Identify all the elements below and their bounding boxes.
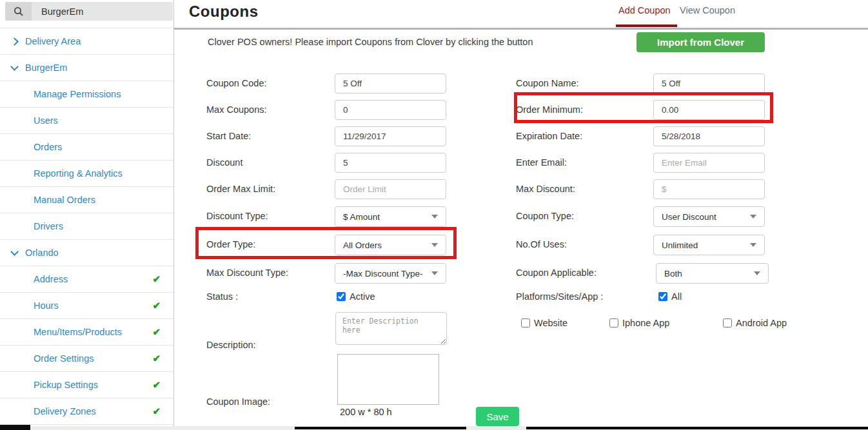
website-checkbox-row: Website <box>521 318 567 328</box>
discount-type-value: $ Amount <box>343 212 380 222</box>
annotation-box-order-type <box>195 227 457 259</box>
coupon-applicable-select[interactable]: Both <box>656 263 769 284</box>
sidebar-item-label: Drivers <box>34 221 63 231</box>
active-tab-underline <box>616 24 677 27</box>
import-from-clover-button[interactable]: Import from Clover <box>636 32 765 52</box>
sidebar-item-hours[interactable]: Hours ✔ <box>0 293 173 319</box>
discount-type-label: Discount Type: <box>206 206 268 226</box>
description-label: Description: <box>206 335 256 355</box>
max-discount-type-select[interactable]: -Max Discount Type- <box>335 263 446 284</box>
sidebar-item-label: Manage Permissions <box>34 89 121 99</box>
order-max-limit-label: Order Max Limit: <box>206 179 275 199</box>
coupon-name-input[interactable] <box>653 73 765 93</box>
max-discount-input[interactable] <box>653 179 765 199</box>
coupon-applicable-value: Both <box>664 269 682 279</box>
sidebar-nav: Delivery Area BurgerEm Manage Permission… <box>0 28 173 425</box>
chevron-right-icon <box>10 37 19 46</box>
coupon-image-size-hint: 200 w * 80 h <box>340 407 392 417</box>
sidebar-item-address[interactable]: Address ✔ <box>0 266 173 293</box>
sidebar-item-label: Delivery Zones <box>34 406 96 416</box>
sidebar-item-label: Hours <box>34 300 59 311</box>
sidebar-item-label: Reporting & Analytics <box>34 168 123 179</box>
no-of-uses-value: Unlimited <box>662 240 698 250</box>
all-checkbox-label: All <box>671 291 682 302</box>
checkmark-icon: ✔ <box>152 300 161 311</box>
status-label: Status : <box>206 287 238 307</box>
main-content: Coupons Add Coupon View Coupon Clover PO… <box>174 0 868 430</box>
page-title: Coupons <box>189 3 258 21</box>
start-date-input[interactable] <box>335 126 446 146</box>
checkmark-icon: ✔ <box>152 353 161 364</box>
iphone-app-checkbox-row: Iphone App <box>609 318 669 328</box>
coupon-type-select[interactable]: User Discount <box>653 206 765 227</box>
sidebar-item-label: Menu/Items/Products <box>34 327 122 337</box>
search-icon <box>5 2 32 21</box>
sidebar-item-pickup-settings[interactable]: Pickup Settings ✔ <box>0 372 173 398</box>
max-discount-label: Max Discount: <box>516 179 575 199</box>
search-input[interactable] <box>32 6 161 17</box>
iphone-app-checkbox[interactable] <box>609 318 618 327</box>
max-discount-type-label: Max Discount Type: <box>206 263 288 283</box>
max-discount-type-value: -Max Discount Type- <box>343 269 423 279</box>
android-app-checkbox-row: Android App <box>723 318 787 328</box>
all-platforms-checkbox[interactable] <box>658 292 667 301</box>
active-checkbox-label: Active <box>350 291 375 302</box>
sidebar-item-burgerem[interactable]: BurgerEm <box>0 55 173 81</box>
checkmark-icon: ✔ <box>152 406 161 417</box>
sidebar-item-menu-items-products[interactable]: Menu/Items/Products ✔ <box>0 319 173 346</box>
max-coupons-input[interactable] <box>335 100 446 120</box>
discount-input[interactable] <box>335 153 446 173</box>
coupon-type-value: User Discount <box>662 212 716 222</box>
sidebar-item-orders[interactable]: Orders <box>0 134 173 161</box>
coupon-code-input[interactable] <box>335 73 446 93</box>
chevron-down-icon <box>10 63 19 71</box>
coupon-type-label: Coupon Type: <box>516 206 574 226</box>
iphone-app-checkbox-label: Iphone App <box>622 318 669 328</box>
sidebar-search[interactable] <box>5 2 173 21</box>
max-coupons-label: Max Coupons: <box>206 100 267 120</box>
clover-import-message: Clover POS owners! Please import Coupons… <box>208 37 533 47</box>
no-of-uses-label: No.Of Uses: <box>516 235 567 255</box>
sidebar: Delivery Area BurgerEm Manage Permission… <box>0 0 174 430</box>
chevron-down-icon <box>431 271 438 275</box>
sidebar-item-delivery-area[interactable]: Delivery Area <box>0 28 173 55</box>
coupon-name-label: Coupon Name: <box>516 73 579 93</box>
discount-type-select[interactable]: $ Amount <box>335 206 446 227</box>
page-bottom-border <box>295 427 466 429</box>
sidebar-item-drivers[interactable]: Drivers <box>0 213 173 240</box>
sidebar-item-label: BurgerEm <box>25 63 67 73</box>
chevron-down-icon <box>750 243 756 247</box>
checkmark-icon: ✔ <box>152 379 161 391</box>
sidebar-item-orlando[interactable]: Orlando <box>0 240 173 266</box>
no-of-uses-select[interactable]: Unlimited <box>653 235 765 255</box>
expiration-date-input[interactable] <box>653 126 765 146</box>
sidebar-item-label: Users <box>34 115 58 126</box>
tab-view-coupon[interactable]: View Coupon <box>680 5 735 15</box>
sidebar-item-order-settings[interactable]: Order Settings ✔ <box>0 346 173 372</box>
coupon-admin-page: Delivery Area BurgerEm Manage Permission… <box>0 0 868 430</box>
coupon-image-upload-box[interactable] <box>337 354 439 405</box>
sidebar-item-label: Delivery Area <box>25 36 81 46</box>
sidebar-item-reporting-analytics[interactable]: Reporting & Analytics <box>0 161 173 187</box>
save-button[interactable]: Save <box>476 407 519 426</box>
header-divider <box>174 28 868 30</box>
tab-add-coupon[interactable]: Add Coupon <box>618 5 671 15</box>
page-bottom-border <box>526 427 868 429</box>
android-app-checkbox[interactable] <box>723 318 732 327</box>
sidebar-item-label: Orlando <box>25 248 59 258</box>
horizontal-scrollbar-thumb[interactable] <box>0 425 30 430</box>
enter-email-input[interactable] <box>653 153 765 173</box>
expiration-date-label: Expiration Date: <box>516 126 582 146</box>
sidebar-item-manual-orders[interactable]: Manual Orders <box>0 187 173 213</box>
start-date-label: Start Date: <box>206 126 251 146</box>
sidebar-item-manage-permissions[interactable]: Manage Permissions <box>0 81 173 108</box>
sidebar-item-users[interactable]: Users <box>0 108 173 134</box>
website-checkbox[interactable] <box>521 318 530 327</box>
android-app-checkbox-label: Android App <box>736 318 787 328</box>
chevron-down-icon <box>10 248 19 256</box>
active-checkbox[interactable] <box>337 292 346 301</box>
description-textarea[interactable] <box>335 312 447 345</box>
order-max-limit-input[interactable] <box>335 179 446 199</box>
sidebar-item-delivery-zones[interactable]: Delivery Zones ✔ <box>0 398 173 425</box>
sidebar-item-label: Manual Orders <box>34 195 95 205</box>
